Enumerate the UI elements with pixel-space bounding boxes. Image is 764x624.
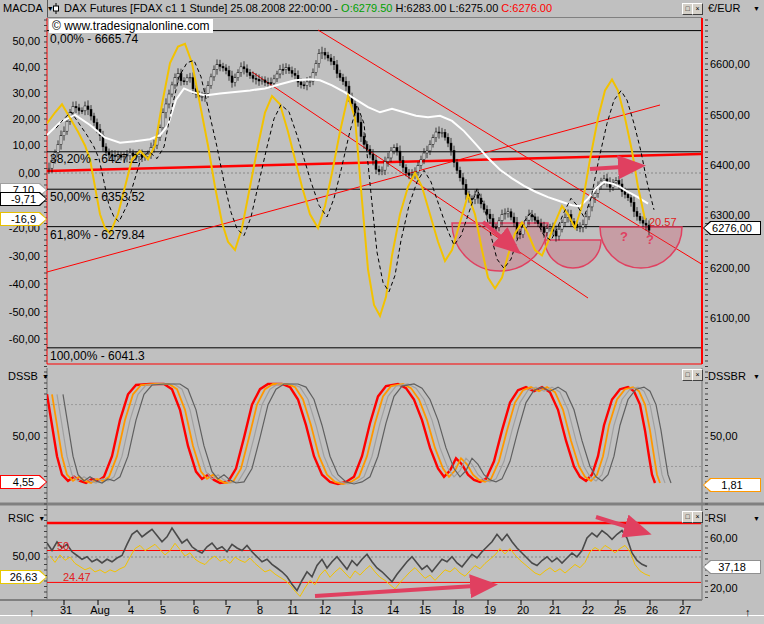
scroll-arrow-right[interactable]: ↑ bbox=[745, 606, 751, 618]
macd-axis-label: 20,00 bbox=[0, 113, 40, 125]
time-axis-label: 26 bbox=[640, 604, 664, 616]
price-axis-label: 6400,00 bbox=[710, 159, 750, 171]
macd-axis-label: 10,00 bbox=[0, 139, 40, 151]
fibonacci-label: 100,00% - 6041.3 bbox=[50, 350, 145, 362]
time-axis-label: 14 bbox=[381, 604, 405, 616]
low-value: L:6275.00 bbox=[449, 2, 498, 14]
chart-canvas bbox=[0, 0, 764, 624]
macd-axis-label: -30,00 bbox=[0, 250, 40, 262]
time-axis-label: 12 bbox=[313, 604, 337, 616]
dssb-close-button[interactable]: × bbox=[692, 369, 703, 381]
rsi-level-label: 50 bbox=[57, 540, 69, 552]
time-axis-label: 31 bbox=[54, 604, 78, 616]
indicator-value-tag: -16,9 bbox=[0, 212, 47, 226]
fibonacci-label: 61,80% - 6279.84 bbox=[50, 229, 145, 241]
time-axis-label: 6 bbox=[184, 604, 208, 616]
fibonacci-label: 50,00% - 6353.52 bbox=[50, 191, 145, 203]
rsi-axis-label: 20,00 bbox=[710, 582, 738, 594]
time-axis-label: 21 bbox=[543, 604, 567, 616]
macd-axis-label: -50,00 bbox=[0, 306, 40, 318]
rsic-value-tag: 26,63 bbox=[0, 570, 47, 584]
rsi-label: RSI bbox=[708, 512, 726, 524]
rsic-indicator-dropdown[interactable]: RSIC ▼ bbox=[8, 512, 45, 524]
time-axis-label: 18 bbox=[446, 604, 470, 616]
dssb-label: DSSB bbox=[8, 370, 38, 382]
time-axis-label: 5 bbox=[151, 604, 175, 616]
rsi-value-tag: 37,18 bbox=[703, 560, 761, 574]
macd-axis-label: -60,00 bbox=[0, 333, 40, 345]
macd-axis-label: 50,00 bbox=[0, 35, 40, 47]
open-value: O:6279.50 bbox=[341, 2, 392, 14]
last-price-tag: 6276,00 bbox=[703, 221, 761, 235]
watermark: © www.tradesignalonline.com bbox=[49, 19, 213, 33]
rsi_gray bbox=[47, 528, 647, 591]
rsic-label: RSIC bbox=[8, 512, 34, 524]
fibonacci-label: 0,00% - 6665.74 bbox=[50, 33, 138, 45]
chart-title: DAX Futures [FDAX c1 1 Stunde] 25.08.200… bbox=[52, 2, 552, 14]
dssb_gray bbox=[57, 384, 665, 484]
price-axis-label: 6600,00 bbox=[710, 58, 750, 70]
macd-axis-label: 40,00 bbox=[0, 61, 40, 73]
time-axis-label: 7 bbox=[216, 604, 240, 616]
dssbr-label: DSSBR bbox=[708, 370, 746, 382]
trend-arrow bbox=[315, 585, 490, 596]
candlestick-chart-icon bbox=[52, 3, 61, 14]
macd-axis-label: 30,00 bbox=[0, 87, 40, 99]
dssb_red bbox=[47, 384, 655, 484]
chevron-down-icon: ▼ bbox=[753, 515, 760, 522]
rsi-axis-label: 60,00 bbox=[710, 532, 738, 544]
time-axis-label: 15 bbox=[413, 604, 437, 616]
chart-window: MACDA ▼ DAX Futures [FDAX c1 1 Stunde] 2… bbox=[0, 0, 764, 624]
time-axis-label: 4 bbox=[119, 604, 143, 616]
macd-axis-label: -40,00 bbox=[0, 278, 40, 290]
trend-arrow bbox=[596, 517, 644, 532]
cycle-arcs bbox=[452, 223, 682, 271]
dssbr-axis-label: 50,00 bbox=[710, 430, 738, 442]
time-axis-label: 25 bbox=[608, 604, 632, 616]
price-axis-label: 6300,00 bbox=[710, 209, 750, 221]
time-axis-label: 22 bbox=[576, 604, 600, 616]
price-axis-label: 6100,00 bbox=[710, 312, 750, 324]
price-axis-label: 6200,00 bbox=[710, 262, 750, 274]
time-axis-label: 13 bbox=[345, 604, 369, 616]
chevron-down-icon: ▼ bbox=[753, 5, 760, 12]
fibonacci-label: 38,20% - 6427.2 bbox=[50, 153, 138, 165]
dssbr-value-tag: 1,81 bbox=[703, 478, 761, 492]
high-value: H:6283.00 bbox=[396, 2, 447, 14]
cycle-value-annotation: 20.57 bbox=[649, 216, 677, 228]
cycle-arc bbox=[545, 240, 601, 268]
chevron-down-icon: ▼ bbox=[753, 373, 760, 380]
window-header: MACDA ▼ DAX Futures [FDAX c1 1 Stunde] 2… bbox=[0, 0, 764, 17]
time-axis-label: 27 bbox=[673, 604, 697, 616]
dssb-indicator-dropdown[interactable]: DSSB ▼ bbox=[8, 370, 49, 382]
symbol-label: €/EUR bbox=[708, 2, 740, 14]
time-axis-label: 19 bbox=[478, 604, 502, 616]
rsi-level-label: 24.47 bbox=[63, 571, 91, 583]
title-text: DAX Futures [FDAX c1 1 Stunde] 25.08.200… bbox=[64, 2, 338, 14]
indicator-value-tag: -9,71 bbox=[0, 192, 47, 206]
header-divider bbox=[47, 0, 48, 17]
dssb-value-tag: 4,55 bbox=[0, 475, 47, 489]
dssbr-indicator-dropdown[interactable]: DSSBR ▼ bbox=[708, 370, 760, 382]
question-mark-annotation: ? bbox=[646, 232, 654, 247]
rsi-indicator-dropdown[interactable]: RSI ▼ bbox=[708, 512, 760, 524]
rsic-axis-label: 50,00 bbox=[0, 550, 40, 562]
time-axis-label: Aug bbox=[88, 604, 112, 616]
price-axis-label: 6500,00 bbox=[710, 109, 750, 121]
question-mark-annotation: ? bbox=[620, 229, 628, 244]
close-button[interactable]: × bbox=[692, 3, 703, 15]
rsi-close-button[interactable]: × bbox=[692, 511, 703, 523]
time-axis-label: 20 bbox=[511, 604, 535, 616]
dssb-axis-label: 50,00 bbox=[0, 430, 40, 442]
symbol-dropdown[interactable]: €/EUR ▼ bbox=[708, 2, 760, 14]
trendlines bbox=[47, 30, 708, 298]
chevron-down-icon: ▼ bbox=[38, 515, 45, 522]
horizontal-scrollbar[interactable] bbox=[0, 615, 764, 624]
close-value: C:6276.00 bbox=[501, 2, 552, 14]
time-axis-label: 11 bbox=[281, 604, 305, 616]
macda-label: MACDA bbox=[3, 2, 43, 14]
cycle-arc bbox=[600, 227, 682, 268]
scroll-arrow-left[interactable]: ↑ bbox=[29, 606, 35, 618]
rsic_yellow bbox=[50, 543, 650, 596]
chevron-down-icon: ▼ bbox=[42, 373, 49, 380]
